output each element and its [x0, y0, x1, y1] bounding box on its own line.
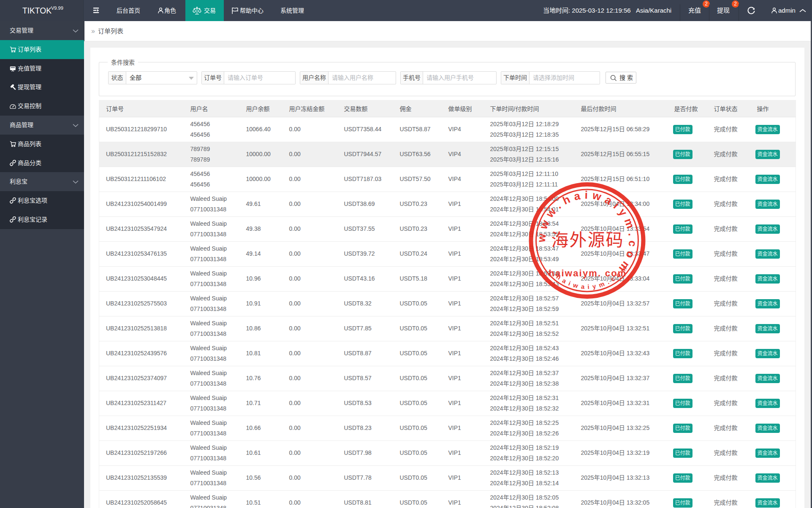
svg-text:haiwaiym. com: haiwaiym. com — [549, 268, 627, 278]
